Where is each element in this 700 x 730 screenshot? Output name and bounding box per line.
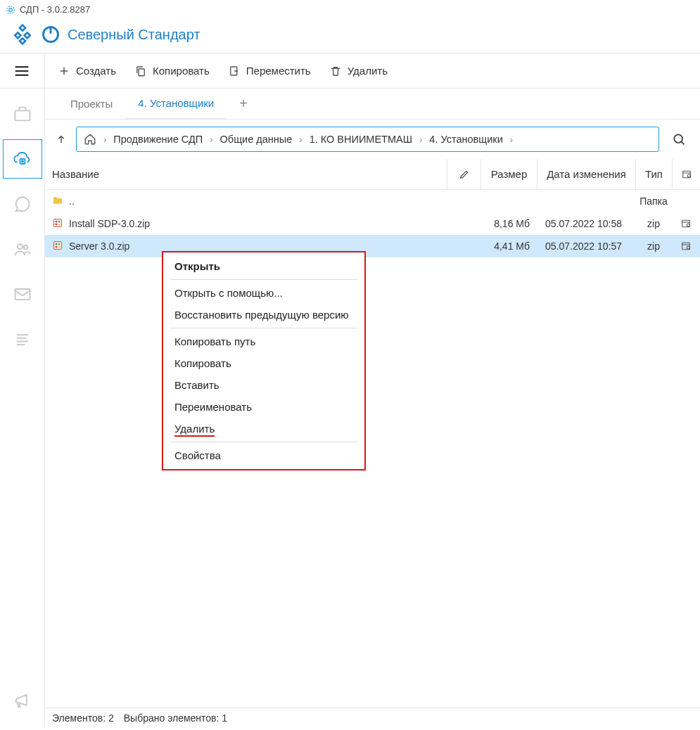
folder-icon	[52, 195, 63, 208]
brand-name: Северный Стандарт	[68, 27, 201, 43]
menu-item[interactable]: Копировать путь	[163, 331, 364, 352]
svg-point-9	[21, 160, 23, 162]
svg-point-1	[7, 6, 15, 13]
tab-installers[interactable]: 4. Установщики	[125, 89, 227, 120]
context-menu: ОткрытьОткрыть с помощью...Восстановить …	[162, 251, 366, 470]
toolbar-move[interactable]: Переместить	[228, 65, 311, 77]
nav-mail[interactable]	[3, 274, 42, 314]
toolbar: Создать Копировать Переместить Удалить	[45, 53, 700, 89]
title-bar: СДП - 3.0.2.8287	[0, 0, 700, 19]
nav-announce[interactable]	[3, 681, 42, 720]
file-name: ..	[69, 196, 75, 207]
status-elements: Элементов: 2	[52, 712, 114, 724]
toolbar-copy-label: Копировать	[153, 65, 210, 77]
tab-add[interactable]: +	[227, 89, 260, 120]
file-type: Папка	[635, 196, 672, 207]
svg-point-0	[9, 8, 13, 11]
col-type[interactable]: Тип	[635, 159, 672, 189]
svg-point-21	[674, 134, 682, 143]
svg-point-33	[687, 224, 689, 226]
col-name[interactable]: Название	[45, 168, 447, 180]
menu-item[interactable]: Открыть	[163, 255, 364, 277]
svg-rect-35	[56, 243, 58, 245]
window-title: СДП - 3.0.2.8287	[20, 4, 90, 15]
menu-item[interactable]: Вставить	[163, 374, 364, 396]
hamburger-button[interactable]	[0, 53, 45, 89]
svg-point-11	[23, 245, 27, 250]
logo-icon	[11, 23, 34, 46]
app-icon	[6, 5, 15, 15]
toolbar-create[interactable]: Создать	[58, 65, 116, 77]
sidebar	[0, 53, 45, 727]
svg-rect-19	[139, 69, 144, 76]
col-edit-icon[interactable]	[447, 159, 481, 189]
table-row[interactable]: Server 3.0.zip4,41 Мб05.07.2022 10:57zip	[45, 235, 700, 257]
svg-rect-27	[56, 220, 58, 222]
col-size[interactable]: Размер	[481, 159, 537, 189]
menu-separator	[170, 442, 357, 442]
svg-rect-29	[56, 223, 58, 225]
toolbar-move-label: Переместить	[246, 65, 311, 77]
svg-rect-36	[58, 243, 61, 245]
menu-item[interactable]: Удалить	[163, 418, 364, 440]
menu-item[interactable]: Копировать	[163, 352, 364, 374]
svg-rect-26	[54, 219, 62, 226]
chevron-right-icon: ›	[510, 134, 513, 145]
status-bar: Элементов: 2 Выбрано элементов: 1	[45, 707, 700, 727]
tab-projects[interactable]: Проекты	[58, 89, 125, 120]
svg-rect-7	[15, 110, 30, 120]
svg-line-22	[681, 141, 684, 144]
status-selected: Выбрано элементов: 1	[124, 712, 227, 724]
menu-item[interactable]: Переименовать	[163, 396, 364, 418]
table-row[interactable]: ..Папка	[45, 190, 700, 212]
archive-icon	[52, 240, 63, 253]
table-header: Название Размер Дата изменения Тип	[45, 159, 700, 190]
nav-cloud-save[interactable]	[3, 139, 42, 179]
menu-item[interactable]: Открыть с помощью...	[163, 282, 364, 304]
file-name: Install SDP-3.0.zip	[69, 218, 150, 229]
file-type: zip	[635, 241, 672, 252]
crumb-2[interactable]: 1. КО ВНИИМЕТМАШ	[310, 134, 412, 145]
toolbar-delete-label: Удалить	[348, 65, 388, 77]
nav-briefcase[interactable]	[3, 94, 42, 134]
table-row[interactable]: Install SDP-3.0.zip8,16 Мб05.07.2022 10:…	[45, 212, 700, 235]
nav-chat[interactable]	[3, 184, 42, 224]
menu-separator	[170, 328, 357, 328]
svg-rect-34	[54, 241, 62, 249]
nav-up-button[interactable]	[53, 132, 69, 147]
menu-item[interactable]: Восстановить предыдущую версию	[163, 304, 364, 326]
svg-point-41	[687, 246, 689, 249]
file-size: 4,41 Мб	[481, 241, 537, 252]
svg-rect-37	[56, 245, 58, 248]
svg-rect-28	[58, 220, 61, 222]
crumb-1[interactable]: Общие данные	[220, 134, 293, 145]
file-name: Server 3.0.zip	[69, 241, 129, 252]
archive-icon	[52, 217, 63, 231]
breadcrumb[interactable]: › Продвижение СДП › Общие данные › 1. КО…	[76, 127, 659, 152]
file-type: zip	[635, 218, 672, 229]
menu-separator	[170, 279, 357, 280]
tab-bar: Проекты 4. Установщики +	[45, 89, 700, 120]
svg-point-25	[687, 174, 690, 177]
file-date: 05.07.2022 10:57	[537, 241, 635, 252]
toolbar-copy[interactable]: Копировать	[134, 65, 210, 77]
svg-rect-38	[58, 245, 61, 248]
col-settings-icon[interactable]	[672, 159, 700, 189]
col-date[interactable]: Дата изменения	[537, 159, 635, 189]
row-settings-icon[interactable]	[672, 218, 700, 229]
crumb-0[interactable]: Продвижение СДП	[113, 134, 203, 145]
chevron-right-icon: ›	[210, 134, 212, 145]
nav-list[interactable]	[3, 319, 42, 359]
toolbar-create-label: Создать	[76, 65, 116, 77]
svg-rect-12	[15, 289, 30, 300]
home-icon[interactable]	[84, 133, 96, 146]
crumb-3[interactable]: 4. Установщики	[429, 134, 502, 145]
toolbar-delete[interactable]: Удалить	[329, 65, 388, 77]
search-button[interactable]	[666, 127, 692, 152]
chevron-right-icon: ›	[103, 134, 106, 145]
menu-item[interactable]: Свойства	[163, 444, 364, 466]
power-icon	[41, 25, 61, 44]
row-settings-icon[interactable]	[672, 241, 700, 252]
nav-users[interactable]	[3, 229, 42, 269]
file-table: Название Размер Дата изменения Тип ..Пап…	[45, 159, 700, 707]
